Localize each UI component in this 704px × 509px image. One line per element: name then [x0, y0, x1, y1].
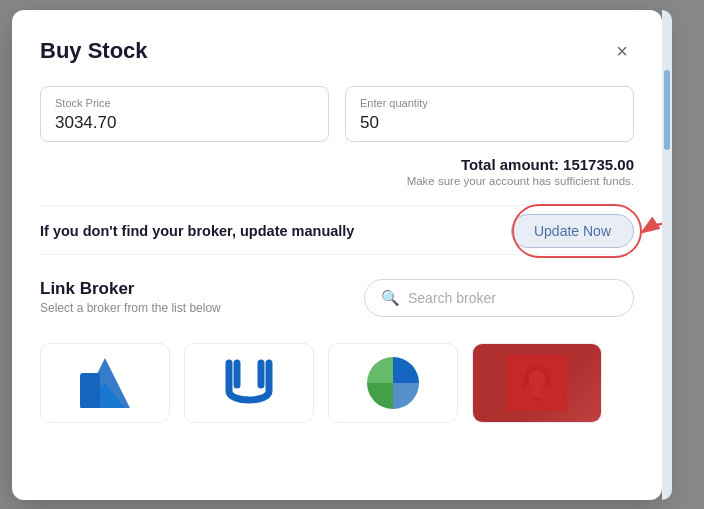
svg-rect-10 [525, 385, 533, 403]
scrollbar-thumb[interactable] [664, 70, 670, 150]
stock-price-field: Stock Price 3034.70 [40, 86, 329, 142]
svg-rect-11 [541, 385, 549, 403]
total-amount: Total amount: 151735.00 [40, 156, 634, 173]
stock-price-value: 3034.70 [55, 113, 116, 132]
broker-1-logo [70, 353, 140, 413]
quantity-value: 50 [360, 113, 379, 132]
modal-title: Buy Stock [40, 38, 148, 64]
broker-grid [40, 343, 634, 423]
modal: Buy Stock × Stock Price 3034.70 Enter qu… [12, 10, 662, 500]
search-placeholder: Search broker [408, 290, 496, 306]
update-now-button[interactable]: Update Now [511, 214, 634, 248]
arrow-icon [639, 216, 662, 246]
search-icon: 🔍 [381, 289, 400, 307]
stock-price-label: Stock Price [55, 97, 314, 109]
update-row: If you don't find your broker, update ma… [40, 205, 634, 255]
svg-rect-3 [80, 373, 100, 408]
modal-header: Buy Stock × [40, 38, 634, 64]
close-button[interactable]: × [610, 39, 634, 63]
total-note: Make sure your account has sufficient fu… [40, 175, 634, 187]
broker-4-logo [473, 344, 601, 422]
broker-card-3[interactable] [328, 343, 458, 423]
scrollbar[interactable] [662, 10, 672, 500]
broker-3-logo [363, 353, 423, 413]
broker-card-2[interactable] [184, 343, 314, 423]
link-broker-subtitle: Select a broker from the list below [40, 301, 221, 315]
quantity-field: Enter quantity 50 [345, 86, 634, 142]
link-broker-title: Link Broker [40, 279, 221, 299]
broker-card-4[interactable] [472, 343, 602, 423]
link-broker-section: Link Broker Select a broker from the lis… [40, 279, 634, 423]
broker-2-logo [219, 353, 279, 413]
modal-wrapper: Buy Stock × Stock Price 3034.70 Enter qu… [12, 10, 692, 500]
fields-row: Stock Price 3034.70 Enter quantity 50 [40, 86, 634, 142]
update-text: If you don't find your broker, update ma… [40, 223, 354, 239]
total-row: Total amount: 151735.00 Make sure your a… [40, 156, 634, 187]
broker-card-1[interactable] [40, 343, 170, 423]
quantity-label: Enter quantity [360, 97, 619, 109]
search-broker-box[interactable]: 🔍 Search broker [364, 279, 634, 317]
